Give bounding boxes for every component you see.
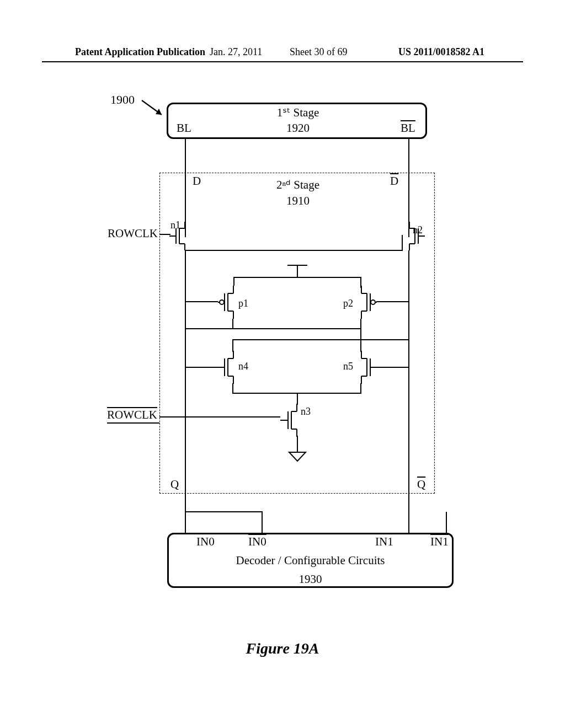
n5-label: n5 <box>343 361 353 372</box>
rowclk-wire-across <box>185 250 403 251</box>
p1-label: p1 <box>238 298 248 309</box>
stage1-title-line1: 1ˢᵗ Stage <box>277 106 319 119</box>
in0bar-stub-v <box>262 511 263 533</box>
n5-drain-stub <box>360 338 361 352</box>
n5-src-drop <box>360 383 361 393</box>
in1bar-stub <box>446 512 447 534</box>
d-label: D <box>193 174 201 188</box>
svg-marker-59 <box>289 452 306 461</box>
pub-label: Patent Application Publication <box>75 46 205 58</box>
in1bar-label: IN1 <box>430 535 449 549</box>
reference-number-1900: 1900 <box>110 93 135 107</box>
to-n3-drain <box>297 393 298 405</box>
nmos-n2-icon <box>402 222 425 250</box>
n3-label: n3 <box>301 406 311 417</box>
stage2-title: 2ⁿᵈ Stage 1910 <box>248 177 348 210</box>
rowclkbar-label: ROWCLK <box>107 408 157 422</box>
bl-label: BL <box>177 121 191 135</box>
rowclk-wire-left <box>159 234 170 235</box>
svg-point-28 <box>220 300 224 304</box>
reference-arrow-icon <box>141 99 168 121</box>
pub-date: Jan. 27, 2011 <box>210 46 262 58</box>
cross-wire-1 <box>185 328 361 329</box>
ground-icon <box>288 451 307 463</box>
right-inv-mid1 <box>360 319 361 329</box>
svg-point-36 <box>371 300 375 304</box>
rowclk-label: ROWCLK <box>108 227 158 240</box>
decoder-title-line1: Decoder / Configurable Circuits <box>236 554 385 567</box>
blbar-label: BL <box>401 121 415 135</box>
n4-label: n4 <box>238 361 248 372</box>
n4-gate-wire <box>185 367 218 368</box>
figure-caption: Figure 19A <box>0 640 565 657</box>
n5-gate-wire <box>376 367 409 368</box>
n4-src-drop <box>232 383 233 393</box>
decoder-text: Decoder / Configurable Circuits 1930 <box>167 552 454 588</box>
in0bar-stub-h <box>185 511 262 512</box>
n3-to-gnd <box>297 436 298 452</box>
p1-gate-wire <box>185 301 218 302</box>
in1-label: IN1 <box>375 535 393 549</box>
in0-wire-stub <box>185 512 186 534</box>
stage2-title-line1: 2ⁿᵈ Stage <box>276 178 319 191</box>
vdd-stub <box>297 265 298 277</box>
in0bar-label: IN0 <box>248 535 266 549</box>
q-label: Q <box>170 478 179 491</box>
header-separator <box>42 61 523 62</box>
left-inv-mid2 <box>232 339 233 349</box>
stage1-title-line2: 1920 <box>286 121 310 135</box>
qbar-label: Q <box>417 478 425 491</box>
right-node-wire <box>408 250 409 512</box>
doc-number: US 2011/0018582 A1 <box>398 46 484 58</box>
cross-wire-2 <box>232 339 409 340</box>
figure-area: 1900 1ˢᵗ Stage 1920 BL BL 2ⁿᵈ Stage 1910… <box>0 83 565 634</box>
nmos-n1-icon <box>169 222 193 250</box>
decoder-title-line2: 1930 <box>299 572 322 586</box>
left-inv-mid1 <box>232 319 233 329</box>
p2-gate-wire <box>376 301 409 302</box>
vdd-tbar <box>287 265 307 266</box>
dbar-label: D <box>390 174 398 188</box>
stage2-title-line2: 1910 <box>286 194 310 207</box>
in0-label: IN0 <box>196 535 215 549</box>
right-inv-mid2 <box>360 328 361 338</box>
left-node-wire <box>185 250 186 512</box>
vdd-rail <box>233 277 361 278</box>
rowclkbar-underline-extend <box>107 422 159 424</box>
rowclkbar-wire <box>159 416 280 417</box>
p2-label: p2 <box>343 298 353 309</box>
sheet-number: Sheet 30 of 69 <box>290 46 347 58</box>
in1-wire-stub <box>408 512 409 534</box>
stage1-title: 1ˢᵗ Stage 1920 <box>248 105 348 136</box>
